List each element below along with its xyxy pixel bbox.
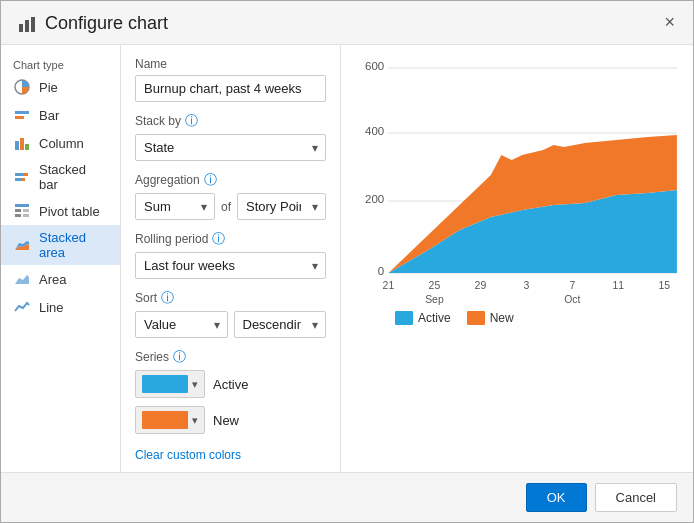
svg-rect-2: [31, 17, 35, 32]
svg-rect-0: [19, 24, 23, 32]
series-active-item: ▾ Active: [135, 370, 326, 398]
svg-text:25: 25: [429, 280, 441, 291]
legend-active-swatch: [395, 311, 413, 325]
chart-svg-wrapper: 600 400 200 0: [355, 55, 679, 305]
svg-rect-16: [23, 209, 29, 212]
svg-text:15: 15: [659, 280, 671, 291]
sort-order-wrapper: Descending Ascending: [234, 311, 327, 338]
chart-area: 600 400 200 0: [355, 55, 679, 462]
chart-type-line-label: Line: [39, 300, 64, 315]
sort-order-select[interactable]: Descending Ascending: [234, 311, 327, 338]
chart-type-bar[interactable]: Bar: [1, 101, 120, 129]
svg-text:3: 3: [524, 280, 530, 291]
cancel-button[interactable]: Cancel: [595, 483, 677, 512]
stack-by-info-icon[interactable]: ⓘ: [185, 112, 198, 130]
svg-text:11: 11: [613, 280, 625, 291]
dialog-body: Chart type Pie: [1, 45, 693, 472]
chart-type-area-label: Area: [39, 272, 66, 287]
aggregation-info-icon[interactable]: ⓘ: [204, 171, 217, 189]
svg-rect-9: [15, 173, 23, 176]
svg-text:Oct: Oct: [564, 294, 580, 305]
legend-new-swatch: [467, 311, 485, 325]
svg-rect-6: [15, 141, 19, 150]
stack-by-select-wrapper: State Assignee Priority Type: [135, 134, 326, 161]
svg-text:400: 400: [365, 125, 384, 137]
aggregation-field-wrapper: Story Points Count Estimation: [237, 193, 326, 220]
svg-rect-12: [21, 178, 25, 181]
chart-type-panel: Chart type Pie: [1, 45, 121, 472]
chart-panel: 600 400 200 0: [341, 45, 693, 472]
svg-rect-10: [23, 173, 28, 176]
chart-type-line[interactable]: Line: [1, 293, 120, 321]
chart-type-section-label: Chart type: [1, 55, 120, 73]
series-new-name: New: [213, 413, 239, 428]
series-active-chevron: ▾: [192, 378, 198, 391]
aggregation-func-wrapper: Sum Count Average: [135, 193, 215, 220]
legend-active-label: Active: [418, 311, 451, 325]
rolling-period-label: Rolling period ⓘ: [135, 230, 326, 248]
aggregation-label: Aggregation ⓘ: [135, 171, 326, 189]
svg-text:21: 21: [383, 280, 395, 291]
chart-type-stacked-bar-label: Stacked bar: [39, 162, 108, 192]
svg-text:0: 0: [378, 265, 384, 277]
chart-type-area[interactable]: Area: [1, 265, 120, 293]
svg-rect-5: [15, 116, 24, 119]
svg-text:Sep: Sep: [425, 294, 444, 305]
svg-rect-4: [15, 111, 29, 114]
aggregation-func-select[interactable]: Sum Count Average: [135, 193, 215, 220]
svg-rect-8: [25, 144, 29, 150]
dialog-title: Configure chart: [45, 13, 168, 34]
of-label: of: [221, 200, 231, 214]
close-button[interactable]: ×: [658, 11, 681, 33]
legend-new-label: New: [490, 311, 514, 325]
series-label: Series ⓘ: [135, 348, 326, 366]
stack-by-label: Stack by ⓘ: [135, 112, 326, 130]
chart-type-stacked-area[interactable]: Stacked area: [1, 225, 120, 265]
series-active-name: Active: [213, 377, 248, 392]
sort-field-select[interactable]: Value Name Count: [135, 311, 228, 338]
svg-rect-15: [15, 214, 21, 217]
svg-rect-17: [23, 214, 29, 217]
legend-active-item: Active: [395, 311, 451, 325]
series-active-swatch: [142, 375, 188, 393]
svg-rect-1: [25, 20, 29, 32]
name-input[interactable]: [135, 75, 326, 102]
dialog-footer: OK Cancel: [1, 472, 693, 522]
name-label: Name: [135, 57, 326, 71]
clear-colors-link[interactable]: Clear custom colors: [135, 448, 241, 462]
chart-type-pivot-table[interactable]: Pivot table: [1, 197, 120, 225]
aggregation-row: Sum Count Average of Story Points Count …: [135, 193, 326, 220]
chart-type-column[interactable]: Column: [1, 129, 120, 157]
chart-type-stacked-area-label: Stacked area: [39, 230, 108, 260]
sort-label: Sort ⓘ: [135, 289, 326, 307]
rolling-period-select[interactable]: Last four weeks Last two weeks Last eigh…: [135, 252, 326, 279]
dialog-header: Configure chart ×: [1, 1, 693, 45]
chart-type-pie[interactable]: Pie: [1, 73, 120, 101]
stack-by-select[interactable]: State Assignee Priority Type: [135, 134, 326, 161]
line-chart-icon: [13, 298, 31, 316]
ok-button[interactable]: OK: [526, 483, 587, 512]
aggregation-field-select[interactable]: Story Points Count Estimation: [237, 193, 326, 220]
sort-field-wrapper: Value Name Count: [135, 311, 228, 338]
series-new-color-btn[interactable]: ▾: [135, 406, 205, 434]
svg-text:200: 200: [365, 193, 384, 205]
chart-type-stacked-bar[interactable]: Stacked bar: [1, 157, 120, 197]
sort-info-icon[interactable]: ⓘ: [161, 289, 174, 307]
rolling-period-select-wrapper: Last four weeks Last two weeks Last eigh…: [135, 252, 326, 279]
series-info-icon[interactable]: ⓘ: [173, 348, 186, 366]
series-active-color-btn[interactable]: ▾: [135, 370, 205, 398]
bar-chart-icon: [13, 106, 31, 124]
chart-icon: [17, 14, 37, 34]
pivot-table-icon: [13, 202, 31, 220]
chart-type-column-label: Column: [39, 136, 84, 151]
svg-rect-7: [20, 138, 24, 150]
stacked-area-chart-icon: [13, 236, 31, 254]
svg-text:600: 600: [365, 60, 384, 72]
stacked-bar-chart-icon: [13, 168, 31, 186]
series-new-chevron: ▾: [192, 414, 198, 427]
area-chart-icon: [13, 270, 31, 288]
rolling-period-info-icon[interactable]: ⓘ: [212, 230, 225, 248]
svg-rect-11: [15, 178, 21, 181]
chart-legend: Active New: [355, 305, 679, 329]
chart-type-bar-label: Bar: [39, 108, 59, 123]
